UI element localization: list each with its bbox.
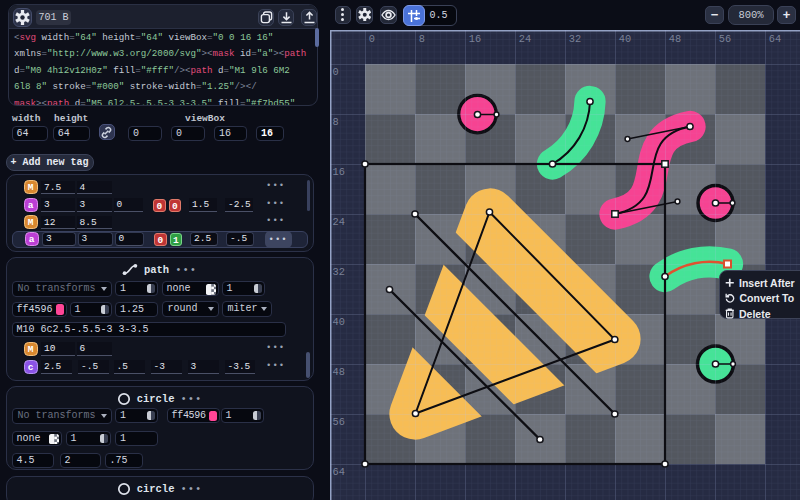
svg-text:0: 0	[333, 66, 339, 78]
svg-text:0: 0	[369, 33, 375, 45]
svg-text:64: 64	[769, 33, 781, 45]
svg-text:40: 40	[619, 33, 631, 45]
svg-text:48: 48	[333, 366, 345, 378]
svg-text:56: 56	[333, 416, 345, 428]
svg-text:40: 40	[333, 316, 345, 328]
svg-text:8: 8	[419, 33, 425, 45]
svg-text:32: 32	[333, 266, 345, 278]
svg-text:64: 64	[333, 466, 345, 478]
svg-text:24: 24	[333, 216, 345, 228]
svg-text:8: 8	[333, 116, 339, 128]
svg-text:32: 32	[569, 33, 581, 45]
svg-text:48: 48	[669, 33, 681, 45]
svg-text:16: 16	[333, 166, 345, 178]
svg-text:16: 16	[469, 33, 481, 45]
svg-text:56: 56	[719, 33, 731, 45]
svg-text:24: 24	[519, 33, 531, 45]
